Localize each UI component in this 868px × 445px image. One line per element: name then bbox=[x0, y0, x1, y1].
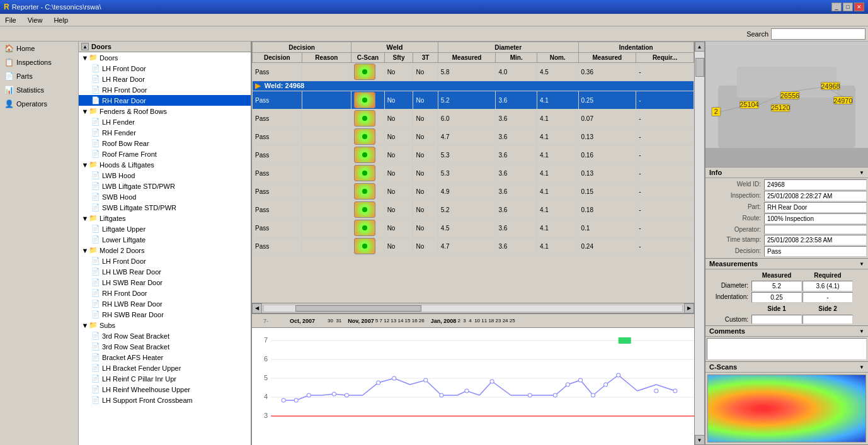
table-row[interactable]: Pass NoNo6.03.64.10.07- bbox=[253, 110, 694, 128]
scroll-thumb[interactable] bbox=[695, 58, 704, 77]
meas-col-measured: Measured bbox=[751, 271, 802, 280]
tree-item-m2-rh-lwb-rear[interactable]: 📄 RH LWB Rear Door bbox=[79, 298, 251, 309]
tree-item-liftgates[interactable]: ▼ 📁 Liftgates bbox=[79, 213, 251, 223]
table-row[interactable]: Pass NoNo5.33.64.10.16- bbox=[253, 146, 694, 164]
tree-item-hoods[interactable]: ▼ 📁 Hoods & Liftgates bbox=[79, 159, 251, 170]
tree-label: Fenders & Roof Bows bbox=[100, 108, 167, 115]
svg-text:3: 3 bbox=[264, 412, 268, 419]
table-row[interactable]: Pass NoNo5.33.64.10.13- bbox=[253, 164, 694, 183]
expand-icon: ▼ bbox=[81, 161, 89, 169]
minimize-button[interactable]: _ bbox=[831, 3, 842, 11]
tree-item-bracket-afs[interactable]: 📄 Bracket AFS Heater bbox=[79, 352, 251, 363]
tree-item-roof-frame-front[interactable]: 📄 Roof Frame Front bbox=[79, 149, 251, 159]
col-reason: Reason bbox=[302, 53, 351, 63]
weld-header-label: ▶ Weld: 24968 bbox=[253, 81, 694, 91]
tree-item-lwb-liftgate[interactable]: 📄 LWB Liftgate STD/PWR bbox=[79, 181, 251, 191]
custom-val2 bbox=[802, 315, 853, 324]
comments-section-header[interactable]: Comments ▼ bbox=[705, 326, 868, 337]
comments-section: Comments ▼ bbox=[705, 326, 868, 362]
operator-value bbox=[764, 225, 867, 234]
tree-item-subs[interactable]: ▼ 📁 Subs bbox=[79, 320, 251, 330]
sidebar-item-parts[interactable]: 📄 Parts bbox=[0, 69, 78, 83]
scroll-left-button[interactable]: ◀ bbox=[252, 303, 262, 313]
tree-item-liftgate-upper[interactable]: 📄 Liftgate Upper bbox=[79, 223, 251, 234]
meas-col-empty bbox=[707, 271, 751, 280]
weld-header-row[interactable]: ▶ Weld: 24968 bbox=[253, 81, 694, 91]
indentation-label: Indentation: bbox=[707, 292, 751, 303]
search-input[interactable] bbox=[771, 28, 865, 40]
file-icon: 📄 bbox=[91, 171, 100, 179]
tree-item-lh-fender[interactable]: 📄 LH Fender bbox=[79, 116, 251, 127]
tree-item-swb-liftgate[interactable]: 📄 SWB Liftgate STD/PWR bbox=[79, 202, 251, 213]
tree-item-swb-hood[interactable]: 📄 SWB Hood bbox=[79, 191, 251, 202]
info-section-header[interactable]: Info ▼ bbox=[705, 167, 868, 178]
tree-item-lh-reinf-wheel[interactable]: 📄 LH Reinf Wheelhouse Upper bbox=[79, 384, 251, 395]
menu-file[interactable]: File bbox=[3, 16, 19, 25]
tree-item-lh-front-door[interactable]: 📄 LH Front Door bbox=[79, 63, 251, 74]
table-vertical-scrollbar[interactable]: ▲ ▼ bbox=[694, 42, 704, 445]
comments-area[interactable] bbox=[707, 338, 867, 360]
tree-item-lh-rear-door[interactable]: 📄 LH Rear Door bbox=[79, 74, 251, 84]
tree-item-lower-liftgate[interactable]: 📄 Lower Liftgate bbox=[79, 234, 251, 245]
home-icon: 🏠 bbox=[4, 43, 14, 54]
tree-scroll-up[interactable]: ▲ bbox=[81, 43, 89, 50]
scroll-track[interactable] bbox=[263, 305, 683, 312]
tree-item-fenders[interactable]: ▼ 📁 Fenders & Roof Bows bbox=[79, 106, 251, 116]
tree-item-3rd-row-1[interactable]: 📄 3rd Row Seat Bracket bbox=[79, 330, 251, 341]
table-row[interactable]: Pass NoNo4.73.64.10.13- bbox=[253, 128, 694, 146]
scroll-right-button[interactable]: ▶ bbox=[684, 303, 694, 313]
title-bar-controls[interactable]: _ □ ✕ bbox=[831, 3, 864, 11]
menu-view[interactable]: View bbox=[25, 16, 45, 25]
tree-item-m2-lh-lwb-rear[interactable]: 📄 LH LWB Rear Door bbox=[79, 266, 251, 277]
svg-rect-35 bbox=[705, 148, 868, 167]
table-row-selected[interactable]: Pass No No 5.2 3.6 4.1 0.25 bbox=[253, 91, 694, 110]
sidebar-item-operators[interactable]: 👤 Operators bbox=[0, 97, 78, 111]
table-row[interactable]: Pass NoNo4.73.64.10.24- bbox=[253, 237, 694, 256]
scroll-down-button[interactable]: ▼ bbox=[695, 435, 705, 445]
operators-icon: 👤 bbox=[4, 99, 14, 109]
table-row[interactable]: Pass NoNo4.93.64.10.15- bbox=[253, 183, 694, 201]
tree-item-rh-front-door[interactable]: 📄 RH Front Door bbox=[79, 84, 251, 95]
sidebar-item-statistics[interactable]: 📊 Statistics bbox=[0, 83, 78, 97]
svg-point-14 bbox=[307, 393, 311, 397]
svg-text:25120: 25120 bbox=[771, 104, 790, 111]
tree-item-rh-fender[interactable]: 📄 RH Fender bbox=[79, 127, 251, 138]
table-row[interactable]: Pass NoNo4.53.64.10.1- bbox=[253, 219, 694, 237]
cell-reason bbox=[302, 91, 351, 110]
tree-item-m2-rh-front[interactable]: 📄 RH Front Door bbox=[79, 288, 251, 298]
inspection-label: Inspection: bbox=[707, 191, 763, 201]
menu-help[interactable]: Help bbox=[51, 16, 71, 25]
close-button[interactable]: ✕ bbox=[854, 3, 864, 11]
tree-item-lh-bracket-fender[interactable]: 📄 LH Bracket Fender Upper bbox=[79, 363, 251, 373]
tree-item-model2[interactable]: ▼ 📁 Model 2 Doors bbox=[79, 245, 251, 256]
tree-item-m2-lh-front[interactable]: 📄 LH Front Door bbox=[79, 256, 251, 266]
tree-label: Subs bbox=[100, 322, 115, 329]
sidebar-item-home[interactable]: 🏠 Home bbox=[0, 42, 78, 55]
cscans-section-header[interactable]: C-Scans ▼ bbox=[705, 362, 868, 373]
table-row[interactable]: Pass No No 5.8 4.0 4.5 0.36 bbox=[253, 63, 694, 81]
scroll-track[interactable] bbox=[695, 52, 705, 435]
tree-item-rh-rear-door[interactable]: 📄 RH Rear Door bbox=[79, 95, 251, 106]
svg-text:7: 7 bbox=[264, 336, 268, 344]
tree-item-lh-support[interactable]: 📄 LH Support Front Crossbeam bbox=[79, 395, 251, 405]
meas-col-required: Required bbox=[802, 271, 853, 280]
tree-item-doors[interactable]: ▼ 📁 Doors bbox=[79, 52, 251, 63]
sidebar-item-inspections[interactable]: 📋 Inspections bbox=[0, 55, 78, 69]
measurements-grid: Measured Required Diameter: 5.2 3.6 (4.1… bbox=[705, 269, 868, 325]
scroll-up-button[interactable]: ▲ bbox=[695, 42, 705, 52]
file-icon: 📄 bbox=[91, 385, 100, 393]
tree-item-3rd-row-2[interactable]: 📄 3rd Row Seat Bracket bbox=[79, 341, 251, 352]
tree-item-roof-bow-rear[interactable]: 📄 Roof Bow Rear bbox=[79, 138, 251, 149]
tree-item-lwb-hood[interactable]: 📄 LWB Hood bbox=[79, 170, 251, 181]
data-table: Decision Weld Diameter Indentation Decis… bbox=[252, 42, 694, 256]
col-cscan: C-Scan bbox=[351, 53, 384, 63]
maximize-button[interactable]: □ bbox=[843, 3, 853, 11]
measurements-section-header[interactable]: Measurements ▼ bbox=[705, 259, 868, 269]
tree-item-lh-reinf-c[interactable]: 📄 LH Reinf C Pillar Inr Upr bbox=[79, 373, 251, 384]
scroll-thumb[interactable] bbox=[295, 305, 421, 312]
horizontal-scrollbar[interactable]: ◀ ▶ bbox=[252, 303, 694, 313]
tree-item-m2-lh-swb-rear[interactable]: 📄 LH SWB Rear Door bbox=[79, 277, 251, 288]
tree-item-m2-rh-swb-rear[interactable]: 📄 RH SWB Rear Door bbox=[79, 309, 251, 320]
comments-label: Comments bbox=[709, 327, 745, 335]
table-row[interactable]: Pass NoNo5.23.64.10.18- bbox=[253, 201, 694, 219]
